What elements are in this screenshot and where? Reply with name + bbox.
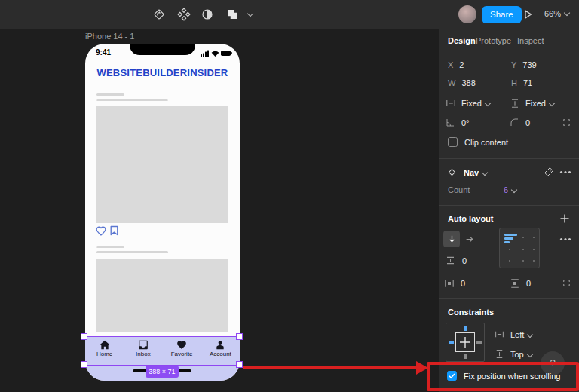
actions-icon[interactable] (152, 8, 166, 21)
chevron-down-icon (527, 331, 533, 337)
align-dot (533, 237, 535, 238)
component-more-icon[interactable] (559, 170, 571, 174)
add-auto-layout-icon[interactable] (559, 213, 570, 224)
apply-styles-icon[interactable] (543, 166, 555, 178)
clip-content-checkbox[interactable] (448, 137, 458, 147)
rotation-field[interactable]: 0° (445, 117, 470, 128)
bookmark-icon[interactable] (110, 225, 118, 236)
tab-prototype[interactable]: Prototype (476, 36, 511, 45)
play-icon[interactable] (521, 8, 535, 21)
vertical-constraint-dropdown[interactable]: Top (494, 348, 532, 360)
angle-icon (445, 117, 456, 128)
frame-name-label[interactable]: iPhone 14 - 1 (85, 32, 134, 41)
gap-field[interactable]: 0 (445, 255, 467, 266)
annotation-highlight-box (427, 362, 579, 391)
status-bar-time: 9:41 (96, 48, 111, 57)
selection-handle[interactable] (236, 333, 243, 340)
align-dot (533, 260, 535, 262)
height-field[interactable]: H 71 (511, 78, 532, 87)
constraint-tick-right[interactable] (476, 341, 482, 344)
clip-content-label: Clip content (464, 138, 508, 147)
individual-padding-icon[interactable] (561, 277, 572, 289)
components-icon[interactable] (177, 8, 191, 21)
alignment-widget[interactable] (499, 228, 540, 268)
w-value[interactable]: 388 (461, 78, 475, 87)
selection-handle[interactable] (81, 333, 87, 340)
constraints-inner-box (455, 332, 475, 352)
vertical-sizing-dropdown[interactable]: Fixed (509, 97, 554, 109)
selection-bounds[interactable] (84, 336, 240, 366)
auto-layout-title: Auto layout (448, 214, 494, 223)
tab-inspect[interactable]: Inspect (517, 36, 544, 45)
constraints-widget[interactable] (446, 323, 485, 362)
selection-handle[interactable] (236, 361, 243, 368)
union-icon[interactable] (225, 8, 239, 21)
divider (439, 158, 579, 159)
horizontal-sizing-dropdown[interactable]: Fixed (445, 97, 490, 109)
direction-vertical-button[interactable] (443, 231, 460, 247)
app-title: WEBSITEBUILDERINSIDER (85, 67, 240, 78)
zoom-chevron-icon (564, 10, 570, 16)
h-sizing-value: Fixed (461, 99, 482, 108)
auto-layout-header: Auto layout (448, 214, 494, 223)
horizontal-resize-icon (445, 97, 457, 109)
union-chevron-icon[interactable] (247, 11, 253, 17)
zoom-level-control[interactable]: 66% (544, 9, 569, 18)
vertical-padding-field[interactable]: 0 (509, 277, 531, 289)
annotation-arrow-line (243, 366, 418, 369)
auto-layout-more-icon[interactable] (559, 237, 571, 241)
constraints-header: Constraints (448, 308, 494, 317)
horizontal-constraint-dropdown[interactable]: Left (494, 329, 532, 340)
top-toolbar: Share 66% (0, 0, 579, 29)
component-row[interactable]: Nav (446, 167, 487, 178)
direction-horizontal-button[interactable] (465, 234, 475, 244)
horizontal-constraint-value: Left (510, 330, 524, 339)
x-position-field[interactable]: X 2 (448, 60, 464, 69)
corner-radius-icon (509, 117, 520, 128)
padding-h-value[interactable]: 0 (461, 279, 465, 288)
constraint-tick-top[interactable] (464, 326, 467, 331)
clip-content-row[interactable]: Clip content (448, 137, 508, 147)
tab-design[interactable]: Design (448, 36, 476, 45)
corner-radius-field[interactable]: 0 (509, 117, 530, 128)
wifi-icon (212, 51, 219, 57)
width-field[interactable]: W 388 (448, 78, 476, 87)
signal-icon (201, 51, 209, 57)
skeleton-line (96, 93, 124, 96)
corner-radius-value[interactable]: 0 (525, 118, 530, 127)
constraint-tick-bottom[interactable] (464, 354, 467, 359)
chevron-down-icon (527, 351, 533, 357)
vertical-resize-icon (494, 348, 505, 360)
w-label: W (448, 78, 455, 87)
y-position-field[interactable]: Y 739 (511, 60, 537, 69)
arrow-right-icon (465, 234, 475, 244)
user-avatar[interactable] (458, 5, 476, 23)
gap-value[interactable]: 0 (462, 256, 467, 265)
arrow-down-icon (447, 234, 457, 244)
independent-corners-icon[interactable] (561, 117, 572, 128)
rotation-value[interactable]: 0° (461, 118, 470, 127)
horizontal-padding-field[interactable]: 0 (443, 277, 465, 289)
selection-handle[interactable] (81, 361, 87, 368)
align-dot (522, 237, 524, 238)
h-label: H (511, 78, 517, 87)
status-bar-icons (201, 49, 232, 57)
skeleton-line (96, 251, 168, 253)
chevron-down-icon (482, 169, 488, 175)
constraint-tick-left[interactable] (449, 341, 454, 344)
iphone-frame[interactable]: 9:41 WEBSITEBUILDERINSIDER (85, 44, 240, 381)
align-dot (522, 260, 524, 262)
count-dropdown[interactable]: 6 (504, 185, 516, 194)
like-heart-icon[interactable] (96, 226, 106, 236)
design-panel: Design Prototype Inspect X 2 Y 739 W 388… (439, 29, 579, 392)
padding-v-value[interactable]: 0 (526, 279, 531, 288)
align-bar (504, 241, 510, 243)
share-button[interactable]: Share (482, 6, 522, 23)
divider (439, 54, 579, 54)
divider (439, 298, 579, 299)
mask-icon[interactable] (201, 8, 214, 21)
h-value[interactable]: 71 (523, 78, 532, 87)
chevron-down-icon (485, 100, 491, 106)
x-value[interactable]: 2 (459, 60, 464, 69)
y-value[interactable]: 739 (522, 60, 536, 69)
